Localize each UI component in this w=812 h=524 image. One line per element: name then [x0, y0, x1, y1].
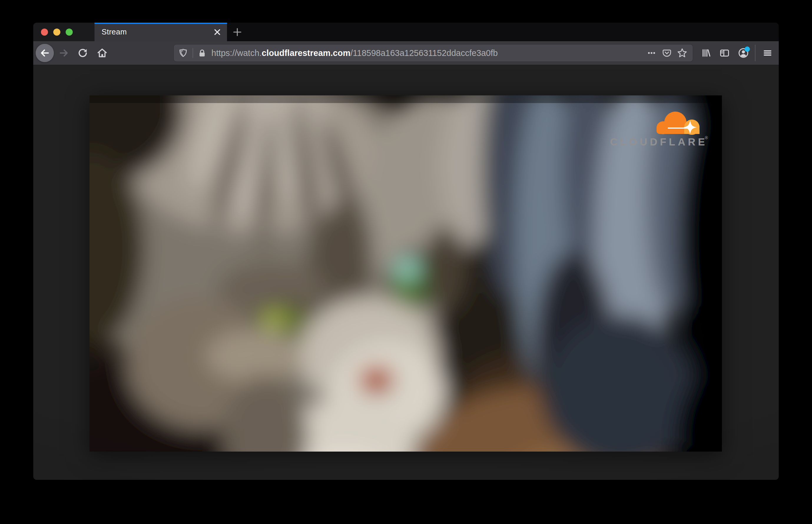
- pocket-button[interactable]: [660, 47, 673, 59]
- bookmark-star-button[interactable]: [676, 47, 689, 59]
- forward-button[interactable]: [58, 47, 70, 59]
- home-button[interactable]: [96, 47, 108, 59]
- tab-title: Stream: [101, 27, 127, 36]
- url-bar[interactable]: https://watch.cloudflarestream.com/11859…: [174, 44, 693, 62]
- traffic-light-minimize[interactable]: [53, 29, 60, 36]
- url-path: /118598a163a125631152ddaccfe3a0fb: [350, 48, 498, 58]
- lock-icon: [197, 49, 207, 58]
- cloudflare-trademark: ®: [705, 135, 708, 140]
- menu-button[interactable]: [762, 47, 774, 59]
- traffic-light-close[interactable]: [41, 29, 48, 36]
- toolbar-separator: [755, 45, 756, 61]
- notification-dot: [745, 47, 750, 52]
- cat-video-scene: CLOUDFLARE ®: [90, 95, 722, 452]
- url-domain: cloudflarestream.com: [262, 48, 350, 58]
- forward-icon: [59, 48, 69, 58]
- library-button[interactable]: [700, 47, 712, 59]
- cloudflare-brand-text: CLOUDFLARE: [610, 136, 708, 147]
- page-actions-button[interactable]: [645, 47, 658, 59]
- content-area: CLOUDFLARE ®: [33, 66, 779, 480]
- home-icon: [97, 47, 108, 59]
- tab-close-button[interactable]: [212, 27, 223, 38]
- account-button[interactable]: [737, 47, 749, 59]
- video-player[interactable]: CLOUDFLARE ®: [90, 95, 722, 452]
- tab-stream[interactable]: Stream: [95, 23, 227, 41]
- back-icon: [39, 48, 50, 58]
- reload-button[interactable]: [77, 47, 89, 59]
- shield-icon: [178, 48, 188, 58]
- star-icon: [677, 48, 687, 58]
- close-icon: [213, 28, 221, 36]
- reload-icon: [78, 48, 88, 58]
- library-icon: [701, 48, 711, 58]
- tracking-protection-button[interactable]: [177, 47, 189, 59]
- ellipsis-icon: [647, 48, 656, 58]
- back-button[interactable]: [36, 44, 54, 62]
- site-security-button[interactable]: [197, 47, 207, 59]
- navigation-toolbar: https://watch.cloudflarestream.com/11859…: [33, 41, 779, 65]
- browser-window: Stream: [33, 23, 779, 480]
- pocket-icon: [662, 48, 672, 58]
- tab-bar: Stream: [33, 23, 779, 41]
- traffic-light-zoom[interactable]: [66, 29, 73, 36]
- sidebar-button[interactable]: [719, 47, 730, 59]
- url-scheme-subdomain: https://watch.: [211, 48, 262, 58]
- tab-strip-empty: [248, 23, 779, 41]
- new-tab-button[interactable]: [227, 23, 248, 41]
- plus-icon: [232, 27, 242, 37]
- sidebar-icon: [719, 48, 730, 58]
- url-text[interactable]: https://watch.cloudflarestream.com/11859…: [211, 48, 645, 58]
- active-tab-indicator: [95, 23, 227, 24]
- hamburger-icon: [762, 48, 773, 58]
- traffic-lights: [33, 23, 95, 41]
- url-bar-separator: [193, 48, 193, 58]
